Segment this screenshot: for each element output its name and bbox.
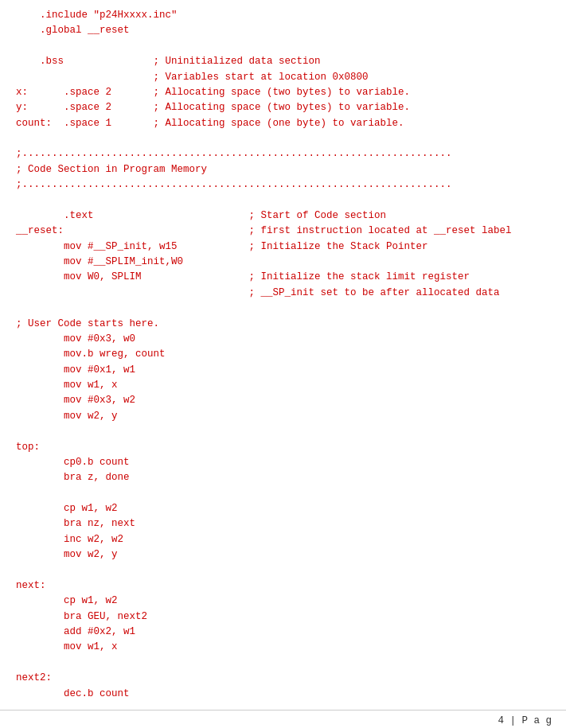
- page-number: 4 | P a g: [498, 715, 552, 726]
- page-container: .include "p24Hxxxx.inc" .global __reset …: [0, 0, 566, 728]
- code-block-page1: .include "p24Hxxxx.inc" .global __reset …: [16, 8, 550, 702]
- code-page-1: .include "p24Hxxxx.inc" .global __reset …: [0, 0, 566, 710]
- page-footer: 4 | P a g: [0, 710, 566, 728]
